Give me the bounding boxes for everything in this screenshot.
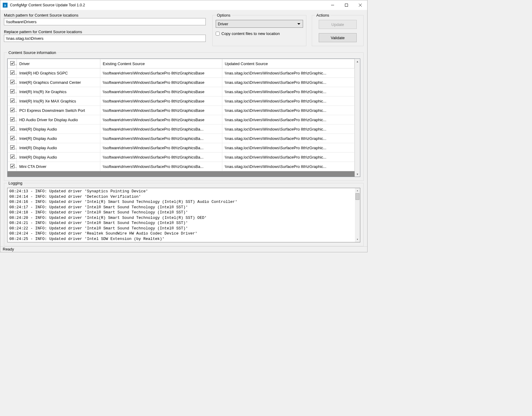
row-checkbox-cell[interactable]: [8, 78, 17, 87]
row-checkbox[interactable]: [10, 164, 14, 168]
row-checkbox[interactable]: [10, 155, 14, 159]
row-checkbox[interactable]: [10, 71, 14, 75]
grid-scrollbar[interactable]: ▴ ▾: [355, 59, 360, 177]
row-checkbox[interactable]: [10, 117, 14, 121]
table-row[interactable]: Intel(R) Display Audio\\software\drivers…: [8, 134, 355, 143]
row-checkbox-cell[interactable]: [8, 106, 17, 115]
status-bar: Ready: [0, 246, 367, 252]
cell-existing: \\software\drivers\Windows\SurfacePro 8t…: [100, 124, 222, 134]
log-scroll-up-icon[interactable]: ▴: [355, 188, 360, 193]
content-source-group: Content Source information: [4, 50, 364, 181]
minimize-button[interactable]: [326, 0, 340, 10]
log-textarea[interactable]: 08:24:13 - INFO: Updated driver 'Synapti…: [7, 188, 360, 242]
row-checkbox-cell[interactable]: [8, 162, 17, 171]
cell-existing: \\software\drivers\Windows\SurfacePro 8t…: [100, 153, 222, 162]
log-text: 08:24:13 - INFO: Updated driver 'Synapti…: [9, 189, 354, 241]
update-button[interactable]: Update: [319, 20, 357, 29]
minimize-icon: [331, 4, 334, 7]
options-group: Options Driver Copy content files to new…: [212, 13, 306, 46]
cell-existing: \\software\drivers\Windows\SurfacePro 8t…: [100, 143, 222, 153]
row-checkbox-cell[interactable]: [8, 153, 17, 162]
svg-rect-1: [345, 4, 348, 7]
row-checkbox-cell[interactable]: [8, 87, 17, 96]
cell-driver: Intel(R) Iris(R) Xe MAX Graphics: [17, 96, 100, 106]
select-all-checkbox[interactable]: [10, 61, 14, 65]
powershell-icon: ≥: [3, 3, 8, 8]
row-checkbox-cell[interactable]: [8, 115, 17, 124]
header-existing[interactable]: Existing Content Source: [100, 59, 222, 68]
cell-updated: \\nas.sitag.loc\Drivers\Windows\SurfaceP…: [222, 162, 355, 171]
row-checkbox-cell[interactable]: [8, 143, 17, 153]
row-checkbox-cell[interactable]: [8, 124, 17, 134]
cell-updated: \\nas.sitag.loc\Drivers\Windows\SurfaceP…: [222, 87, 355, 96]
header-updated[interactable]: Updated Content Source: [222, 59, 355, 68]
table-row[interactable]: Intel(R) Iris(R) Xe Graphics\\software\d…: [8, 87, 355, 96]
copy-content-checkbox[interactable]: [216, 32, 220, 36]
cell-existing: \\software\drivers\Windows\SurfacePro 8t…: [100, 68, 222, 78]
cell-updated: \\nas.sitag.loc\Drivers\Windows\SurfaceP…: [222, 78, 355, 87]
window: ≥ ConfigMgr Content Source Update Tool 1…: [0, 0, 368, 252]
log-scroll-down-icon[interactable]: ▾: [355, 237, 360, 242]
table-row[interactable]: Intel(R) Graphics Command Center\\softwa…: [8, 78, 355, 87]
window-title: ConfigMgr Content Source Update Tool 1.0…: [10, 3, 326, 7]
row-checkbox[interactable]: [10, 145, 14, 150]
close-button[interactable]: [353, 0, 367, 10]
table-row[interactable]: Intel(R) Display Audio\\software\drivers…: [8, 143, 355, 153]
cell-existing: \\software\drivers\Windows\SurfacePro 8t…: [100, 134, 222, 143]
match-pattern-input[interactable]: [4, 18, 206, 25]
copy-content-checkbox-row[interactable]: Copy content files to new location: [216, 31, 303, 36]
cell-updated: \\nas.sitag.loc\Drivers\Windows\SurfaceP…: [222, 143, 355, 153]
scroll-down-icon[interactable]: ▾: [355, 172, 360, 177]
cell-driver: HD Audio Driver for Display Audio: [17, 115, 100, 124]
titlebar[interactable]: ≥ ConfigMgr Content Source Update Tool 1…: [0, 0, 367, 10]
validate-button[interactable]: Validate: [319, 33, 357, 42]
log-scroll-thumb[interactable]: [355, 193, 359, 200]
header-driver[interactable]: Driver: [17, 59, 100, 68]
row-checkbox[interactable]: [10, 80, 14, 84]
status-text: Ready: [3, 247, 14, 251]
cell-existing: \\software\drivers\Windows\SurfacePro 8t…: [100, 106, 222, 115]
maximize-button[interactable]: [340, 0, 353, 10]
cell-updated: \\nas.sitag.loc\Drivers\Windows\SurfaceP…: [222, 124, 355, 134]
actions-legend: Actions: [315, 13, 330, 17]
row-checkbox-cell[interactable]: [8, 134, 17, 143]
log-scrollbar[interactable]: ▴ ▾: [355, 188, 360, 242]
table-row[interactable]: Intel(R) Iris(R) Xe MAX Graphics\\softwa…: [8, 96, 355, 106]
row-checkbox[interactable]: [10, 136, 14, 140]
table-row[interactable]: Mini CTA Driver\\software\drivers\Window…: [8, 162, 355, 171]
copy-content-label: Copy content files to new location: [221, 31, 280, 36]
row-checkbox[interactable]: [10, 89, 14, 93]
content-source-legend: Content Source information: [7, 50, 57, 55]
cell-updated: \\nas.sitag.loc\Drivers\Windows\SurfaceP…: [222, 134, 355, 143]
row-checkbox-cell[interactable]: [8, 68, 17, 78]
cell-existing: \\software\drivers\Windows\SurfacePro 8t…: [100, 78, 222, 87]
table-row[interactable]: Intel(R) Display Audio\\software\drivers…: [8, 124, 355, 134]
cell-updated: \\nas.sitag.loc\Drivers\Windows\SurfaceP…: [222, 153, 355, 162]
row-checkbox[interactable]: [10, 108, 14, 112]
maximize-icon: [345, 4, 348, 7]
cell-driver: Intel(R) Display Audio: [17, 124, 100, 134]
scroll-up-icon[interactable]: ▴: [355, 59, 360, 64]
content-grid: Driver Existing Content Source Updated C…: [7, 58, 360, 177]
row-checkbox-cell[interactable]: [8, 96, 17, 106]
row-checkbox[interactable]: [10, 127, 14, 131]
scroll-track[interactable]: [355, 64, 360, 172]
replace-pattern-input[interactable]: [4, 35, 206, 42]
table-row[interactable]: PCI Express Downstream Switch Port\\soft…: [8, 106, 355, 115]
row-checkbox[interactable]: [10, 99, 14, 103]
table-row[interactable]: HD Audio Driver for Display Audio\\softw…: [8, 115, 355, 124]
cell-updated: \\nas.sitag.loc\Drivers\Windows\SurfaceP…: [222, 68, 355, 78]
log-scroll-track[interactable]: [355, 193, 360, 237]
table-row[interactable]: Intel(R) Display Audio\\software\drivers…: [8, 153, 355, 162]
cell-driver: Intel(R) Graphics Command Center: [17, 78, 100, 87]
header-checkbox-cell[interactable]: [8, 59, 17, 68]
cell-driver: Intel(R) Display Audio: [17, 134, 100, 143]
actions-group: Actions Update Validate: [312, 13, 364, 46]
cell-existing: \\software\drivers\Windows\SurfacePro 8t…: [100, 115, 222, 124]
cell-updated: \\nas.sitag.loc\Drivers\Windows\SurfaceP…: [222, 115, 355, 124]
window-controls: [326, 0, 367, 10]
content-type-select[interactable]: Driver: [216, 20, 303, 28]
logging-group: Logging 08:24:13 - INFO: Updated driver …: [4, 181, 364, 246]
cell-driver: PCI Express Downstream Switch Port: [17, 106, 100, 115]
table-row[interactable]: Intel(R) HD Graphics SGPC\\software\driv…: [8, 68, 355, 78]
